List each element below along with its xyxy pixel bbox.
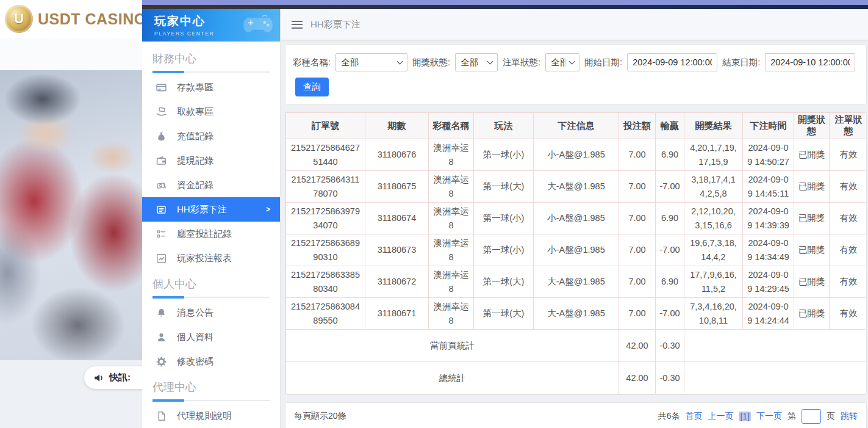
- bet-cell: 6.90: [656, 266, 684, 298]
- sidebar-item-label: 玩家投注報表: [177, 253, 232, 264]
- section-underline: [152, 297, 270, 298]
- first-page-link[interactable]: 首页: [685, 411, 702, 422]
- bet-cell: 第一球(大): [474, 171, 534, 203]
- bet-cell: 2024-09-09 14:24:44: [743, 298, 794, 330]
- col-header: 開獎結果: [684, 113, 743, 139]
- jump-suffix: 页: [827, 411, 835, 422]
- bet-cell: 2024-09-09 14:45:11: [743, 171, 794, 203]
- chevron-right-icon: >: [266, 205, 270, 214]
- list-icon: [156, 229, 167, 239]
- bet-cell: 第一球(大): [474, 298, 534, 330]
- sidebar-item-withdrawal-records[interactable]: 提現記錄: [142, 148, 280, 173]
- section-heading: 個人中心: [152, 277, 280, 291]
- money-bag-icon: [156, 131, 167, 142]
- bet-row: 215217258646275144031180676澳洲幸运8第一球(小)小-…: [286, 139, 867, 171]
- bet-cell: 澳洲幸运8: [429, 298, 474, 330]
- bet-cell: 已開獎: [794, 298, 830, 330]
- summary-label: 總統計: [286, 362, 619, 394]
- order-status-select[interactable]: 全部: [545, 53, 579, 71]
- summary-empty: [684, 362, 867, 394]
- page-title: HH彩票下注: [310, 19, 360, 31]
- hamburger-icon[interactable]: [292, 21, 303, 29]
- bet-row: 215217258639793407031180674澳洲幸运8第一球(小)小-…: [286, 203, 867, 234]
- start-date-input[interactable]: [627, 53, 717, 71]
- col-header: 開獎狀態: [794, 113, 830, 139]
- bet-cell: 2152172586431178070: [286, 171, 365, 203]
- sidebar-item-label: 代理規則說明: [177, 410, 232, 422]
- bet-cell: 7.00: [619, 171, 656, 203]
- bet-cell: 有效: [830, 139, 867, 171]
- bet-cell: 7.00: [619, 266, 656, 298]
- bet-cell: 已開獎: [794, 203, 830, 234]
- col-header: 注單狀態: [830, 113, 867, 139]
- end-date-input[interactable]: [765, 53, 855, 71]
- page-jump-input[interactable]: [802, 409, 821, 424]
- bet-cell: 澳洲幸运8: [429, 171, 474, 203]
- sidebar-item-agent-rules[interactable]: 代理規則說明: [142, 404, 280, 428]
- jump-prefix: 第: [787, 411, 796, 422]
- current-page: [1]: [739, 412, 751, 421]
- document-icon: [156, 411, 167, 421]
- bet-cell: 3,18,17,4,14,2,5,8: [684, 171, 743, 203]
- sidebar-item-recharge-records[interactable]: 充值記錄: [142, 124, 280, 148]
- bet-cell: 已開獎: [794, 266, 830, 298]
- search-button[interactable]: 查詢: [295, 78, 329, 96]
- col-header: 彩種名稱: [429, 113, 474, 139]
- bet-cell: 澳洲幸运8: [429, 203, 474, 234]
- bet-cell: 2,12,10,20,3,15,16,6: [684, 203, 743, 234]
- sidebar-item-player-bet-report[interactable]: 玩家投注報表: [142, 246, 280, 270]
- news-ticker: 快訊:: [84, 366, 142, 389]
- bet-cell: 已開獎: [794, 139, 830, 171]
- sidebar-item-label: 廳室投註記錄: [177, 228, 232, 240]
- sidebar-item-hh-lottery-bets[interactable]: HH彩票下注>: [142, 197, 280, 222]
- sidebar-item-label: 取款專區: [177, 106, 213, 118]
- summary-bet-total: 42.00: [619, 362, 656, 394]
- draw-status-label: 開獎狀態:: [412, 57, 450, 68]
- wallet-icon: [156, 156, 167, 166]
- bet-cell: 31180673: [365, 234, 429, 266]
- bet-cell: 2024-09-09 14:34:49: [743, 234, 794, 266]
- bet-cell: -7.00: [656, 171, 684, 203]
- sidebar-item-room-bet-records[interactable]: 廳室投註記錄: [142, 222, 280, 246]
- left-spacer: [0, 38, 142, 70]
- bet-cell: 已開獎: [794, 234, 830, 266]
- summary-row: 當前頁統計42.00-0.30: [286, 330, 867, 362]
- sidebar-item-withdraw-zone[interactable]: 取款專區: [142, 100, 280, 124]
- sidebar-item-label: 充值記錄: [177, 131, 213, 142]
- page: U USDT CASINO 快訊: 玩家中心 PLAYERS CENTER 財務…: [0, 0, 868, 428]
- topbar: HH彩票下注: [281, 9, 868, 40]
- order-status-label: 注單狀態:: [503, 57, 540, 68]
- bet-cell: 大-A盤@1.985: [534, 266, 619, 298]
- bet-cell: 小-A盤@1.985: [534, 203, 619, 234]
- prev-page-link[interactable]: 上一页: [708, 411, 733, 422]
- sidebar-header: 玩家中心 PLAYERS CENTER: [142, 9, 280, 42]
- bet-cell: 31180671: [365, 298, 429, 330]
- bet-cell: 有效: [830, 203, 867, 234]
- lottery-name-select[interactable]: 全部: [335, 53, 407, 71]
- sidebar-item-label: 資金記錄: [177, 180, 213, 191]
- jump-button[interactable]: 跳转: [841, 411, 858, 422]
- logo-coin-icon: U: [5, 5, 33, 33]
- sidebar-item-profile[interactable]: 個人資料: [142, 325, 280, 349]
- total-count: 共6条: [658, 411, 680, 422]
- sidebar-item-announcements[interactable]: 消息公告: [142, 300, 280, 325]
- bet-cell: 31180675: [365, 171, 429, 203]
- site-logo[interactable]: U USDT CASINO: [0, 0, 142, 38]
- bet-cell: 小-A盤@1.985: [534, 234, 619, 266]
- bets-table-card: 訂單號期數彩種名稱玩法下注信息投注額輸贏開獎結果下注時間開獎狀態注單狀態 215…: [285, 112, 867, 395]
- sidebar-item-label: 個人資料: [177, 332, 213, 343]
- sidebar-item-change-password[interactable]: 修改密碼: [142, 349, 280, 374]
- bet-cell: 已開獎: [794, 171, 830, 203]
- section-heading: 代理中心: [152, 380, 280, 394]
- bet-cell: 2152172586308489550: [286, 298, 365, 330]
- draw-status-select[interactable]: 全部: [455, 53, 498, 71]
- chart-icon: [156, 253, 167, 264]
- sidebar-item-funds-records[interactable]: 資金記錄: [142, 173, 280, 197]
- bet-cell: 第一球(小): [474, 139, 534, 171]
- sidebar-item-deposit-zone[interactable]: 存款專區: [142, 75, 280, 100]
- summary-row: 總統計42.00-0.30: [286, 362, 867, 394]
- next-page-link[interactable]: 下一页: [756, 411, 782, 422]
- credit-card-icon: [156, 82, 167, 93]
- pagination-bar: 每頁顯示20條 共6条 首页 上一页 [1] 下一页 第 页 跳转: [285, 402, 867, 428]
- bet-cell: 31180672: [365, 266, 429, 298]
